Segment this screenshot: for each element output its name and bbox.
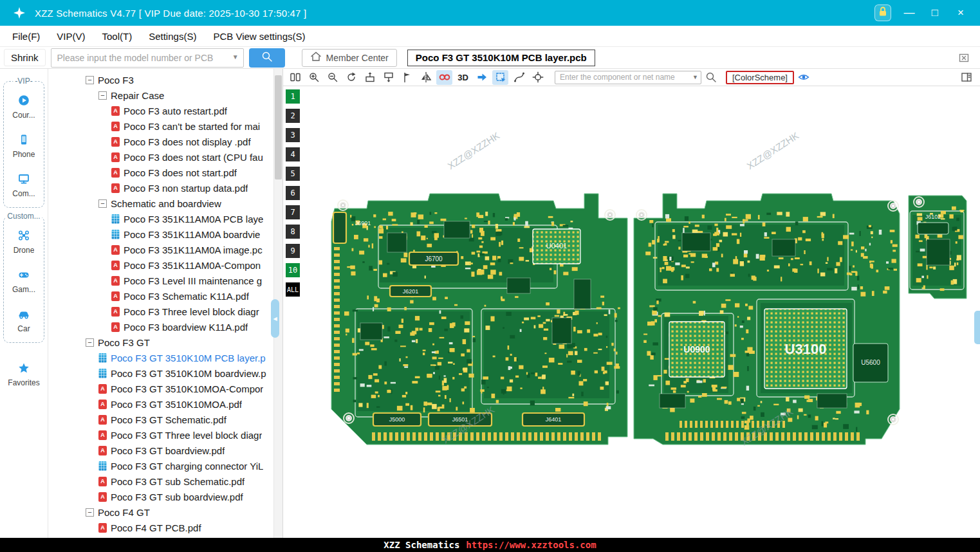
vip-item-gam[interactable]: Gam... <box>4 268 44 294</box>
pcb-canvas[interactable]: 12345678910ALL J6901U0401J6700J6201J5000… <box>283 86 980 538</box>
mirror-icon[interactable] <box>418 70 434 85</box>
document-tab[interactable]: Poco F3 GT 3510K10M PCB layer.pcb <box>407 50 595 66</box>
vip-item-cour[interactable]: Cour... <box>4 93 44 120</box>
collapse-icon[interactable]: − <box>86 508 94 517</box>
zoom-out-icon[interactable] <box>324 70 340 85</box>
vip-lock-button[interactable] <box>874 5 891 21</box>
tree-collapse-handle[interactable]: ◀ <box>271 299 279 338</box>
net-search-icon[interactable] <box>704 70 718 84</box>
tree-file[interactable]: APoco F3 auto restart.pdf <box>48 103 273 118</box>
net-search-input[interactable] <box>555 71 701 84</box>
flip-arrow-icon[interactable] <box>474 70 490 85</box>
area-select-icon[interactable] <box>492 70 508 85</box>
component-u0900[interactable]: U0900 <box>669 322 725 377</box>
tree-folder[interactable]: −Repair Case <box>48 87 273 103</box>
layer-button-7[interactable]: 7 <box>286 205 300 219</box>
component-j6201[interactable]: J6201 <box>390 286 431 297</box>
vip-item-car[interactable]: Car <box>4 307 44 333</box>
component-j5000[interactable]: J5000 <box>373 413 421 426</box>
tree-file[interactable]: APoco F3 does not start (CPU fau <box>48 149 273 165</box>
layers-panel-toggle-icon[interactable] <box>959 70 974 84</box>
tree-folder[interactable]: −Poco F3 GT <box>48 335 273 350</box>
tree-file[interactable]: APoco F3 Three level block diagr <box>48 304 273 319</box>
tree-file[interactable]: APoco F3 GT boardview.pdf <box>48 443 273 458</box>
visibility-eye-icon[interactable] <box>797 70 811 84</box>
vip-item-drone[interactable]: Drone <box>4 228 44 255</box>
tree-file[interactable]: APoco F3 GT 3510K10MOA-Compor <box>48 381 273 396</box>
tree-file[interactable]: Poco F3 GT charging connector YiL <box>48 458 273 474</box>
maximize-button[interactable]: □ <box>927 6 943 19</box>
layer-button-8[interactable]: 8 <box>286 225 300 239</box>
layer-button-9[interactable]: 9 <box>286 244 300 258</box>
tree-file[interactable]: APoco F4 GT PCB.pdf <box>48 520 273 535</box>
tree-scrollbar-thumb[interactable] <box>275 75 282 179</box>
tree-file[interactable]: APoco F3 GT sub Schematic.pdf <box>48 474 273 489</box>
menu-pcbviewsettingss[interactable]: PCB View settings(S) <box>205 26 313 46</box>
collapse-icon[interactable]: − <box>86 338 94 347</box>
tree-file[interactable]: APoco F3 351K11AM0A image.pc <box>48 242 273 257</box>
minimize-button[interactable]: — <box>901 6 917 19</box>
tree-file[interactable]: APoco F3 does not display .pdf <box>48 134 273 149</box>
colorscheme-button[interactable]: [ColorScheme] <box>726 71 794 84</box>
component-u3100[interactable]: U3100 <box>764 309 847 389</box>
layer-button-4[interactable]: 4 <box>286 147 300 161</box>
collapse-icon[interactable]: − <box>98 199 107 208</box>
tree-file[interactable]: APoco F3 GT sub boardview.pdf <box>48 489 273 504</box>
tree-file[interactable]: APoco F3 351K11AM0A-Compon <box>48 257 273 273</box>
right-panel-handle[interactable] <box>974 311 980 344</box>
split-view-icon[interactable] <box>287 70 303 85</box>
tree-file[interactable]: APoco F3 boardview K11A.pdf <box>48 319 273 335</box>
dropdown-caret-icon[interactable]: ▼ <box>692 74 698 80</box>
component-u5600[interactable]: U5600 <box>853 344 888 382</box>
box-up-icon[interactable] <box>362 70 378 85</box>
layer-button-1[interactable]: 1 <box>286 89 300 104</box>
tree-file[interactable]: Poco F3 351K11AM0A boardvie <box>48 226 273 242</box>
tree-file[interactable]: APoco F3 GT Schematic.pdf <box>48 412 273 427</box>
menu-settingss[interactable]: Settings(S) <box>140 26 205 46</box>
model-search-input[interactable] <box>51 48 244 68</box>
refresh-icon[interactable] <box>343 70 359 85</box>
close-button[interactable]: × <box>953 6 968 19</box>
box-down-icon[interactable] <box>380 70 396 85</box>
probe-flag-icon[interactable] <box>399 70 415 85</box>
tree-file[interactable]: Poco F3 GT 3510K10M PCB layer.p <box>48 350 273 365</box>
search-button[interactable] <box>249 48 285 68</box>
member-center-button[interactable]: Member Center <box>302 49 397 67</box>
close-all-tabs-icon[interactable] <box>957 51 971 65</box>
tree-file[interactable]: APoco F3 GT 3510K10MOA.pdf <box>48 396 273 412</box>
layer-button-6[interactable]: 6 <box>286 186 300 200</box>
statusbar-url[interactable]: https://www.xzztools.com <box>466 540 596 550</box>
curve-line-icon[interactable] <box>511 70 527 85</box>
component-j6700[interactable]: J6700 <box>409 252 458 265</box>
menu-toolt[interactable]: Tool(T) <box>94 26 141 46</box>
vip-item-com[interactable]: Com... <box>4 172 44 198</box>
menu-vipv[interactable]: VIP(V) <box>48 26 93 46</box>
layer-button-all[interactable]: ALL <box>286 282 300 297</box>
menu-filef[interactable]: File(F) <box>4 26 48 46</box>
tree-file[interactable]: Poco F3 351K11AM0A PCB laye <box>48 211 273 226</box>
3d-view-button[interactable]: 3D <box>455 70 471 85</box>
layer-button-3[interactable]: 3 <box>286 128 300 142</box>
red-lens-icon[interactable] <box>436 70 452 85</box>
layer-button-2[interactable]: 2 <box>286 109 300 123</box>
zoom-in-icon[interactable] <box>306 70 322 85</box>
vip-item-phone[interactable]: Phone <box>4 133 44 159</box>
tree-file[interactable]: Poco F3 GT 3510K10M boardview.p <box>48 365 273 381</box>
layer-button-5[interactable]: 5 <box>286 167 300 181</box>
dropdown-caret-icon[interactable]: ▼ <box>232 53 239 60</box>
tree-file[interactable]: APoco F3 can't be started for mai <box>48 118 273 134</box>
component-j6401[interactable]: J6401 <box>522 413 584 426</box>
tree-file[interactable]: APoco F3 non startup data.pdf <box>48 180 273 196</box>
component-u0401[interactable]: U0401 <box>533 229 580 264</box>
tree-folder[interactable]: −Schematic and boardview <box>48 196 273 211</box>
shrink-button[interactable]: Shrink <box>4 49 46 66</box>
tree-file[interactable]: APoco F3 GT Three level block diagr <box>48 427 273 443</box>
board-svg[interactable]: J6901U0401J6700J6201J5000J6501J6401U0900… <box>283 86 980 538</box>
collapse-icon[interactable]: − <box>98 91 107 100</box>
tree-file[interactable]: APoco F3 does not start.pdf <box>48 165 273 180</box>
favorites-item[interactable]: Favorites <box>0 361 48 387</box>
collapse-icon[interactable]: − <box>86 76 94 84</box>
grab-origin-icon[interactable] <box>530 70 546 85</box>
layer-button-10[interactable]: 10 <box>286 263 300 277</box>
tree-folder[interactable]: −Poco F4 GT <box>48 504 273 520</box>
